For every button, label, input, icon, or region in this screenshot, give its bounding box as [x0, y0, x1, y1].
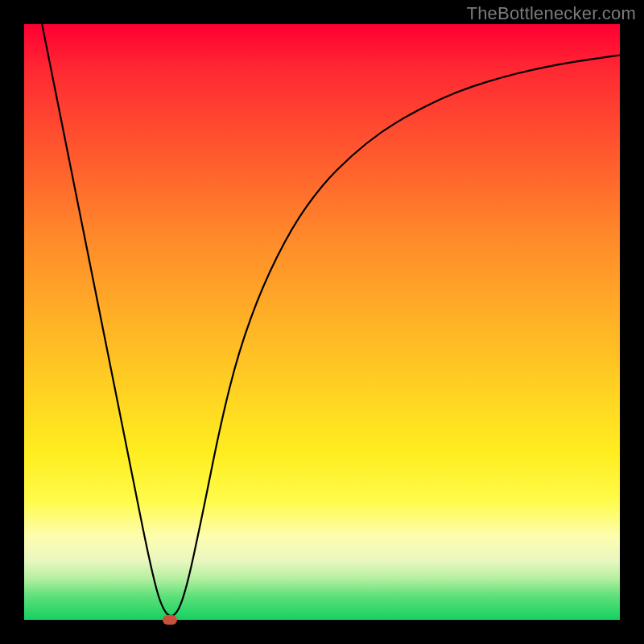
optimum-marker [163, 615, 177, 625]
watermark-text: TheBottlenecker.com [467, 3, 636, 24]
curve-path [42, 24, 620, 616]
plot-area [24, 24, 620, 620]
chart-stage: TheBottlenecker.com [0, 0, 644, 644]
bottleneck-curve [24, 24, 620, 620]
